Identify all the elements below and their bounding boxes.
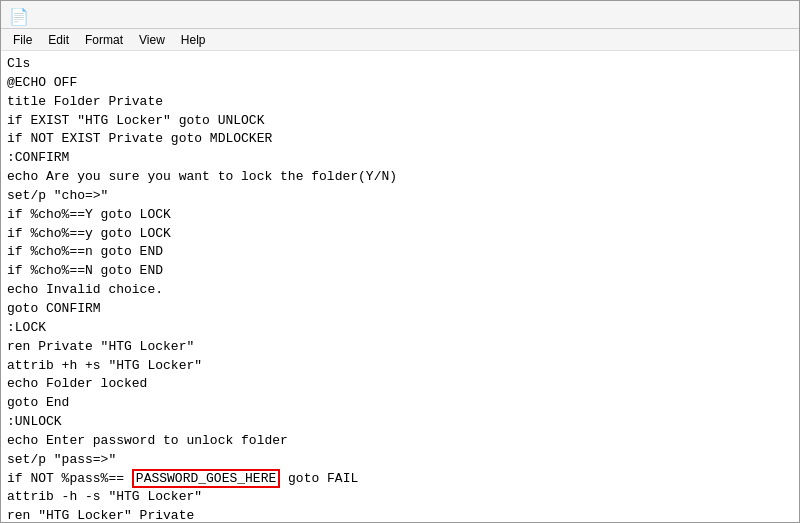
app-icon: 📄 <box>9 7 25 23</box>
menu-edit[interactable]: Edit <box>40 31 77 49</box>
editor-content: Cls @ECHO OFF title Folder Private if EX… <box>7 55 793 522</box>
menu-view[interactable]: View <box>131 31 173 49</box>
title-bar: 📄 <box>1 1 799 29</box>
menu-file[interactable]: File <box>5 31 40 49</box>
window-controls <box>697 6 791 24</box>
maximize-button[interactable] <box>729 6 759 24</box>
editor-area[interactable]: Cls @ECHO OFF title Folder Private if EX… <box>1 51 799 522</box>
minimize-button[interactable] <box>697 6 727 24</box>
menu-format[interactable]: Format <box>77 31 131 49</box>
menu-help[interactable]: Help <box>173 31 214 49</box>
notepad-window: 📄 File Edit Format View Help Cls @ECHO O… <box>0 0 800 523</box>
title-bar-left: 📄 <box>9 7 31 23</box>
close-button[interactable] <box>761 6 791 24</box>
password-highlight: PASSWORD_GOES_HERE <box>132 469 280 488</box>
menu-bar: File Edit Format View Help <box>1 29 799 51</box>
